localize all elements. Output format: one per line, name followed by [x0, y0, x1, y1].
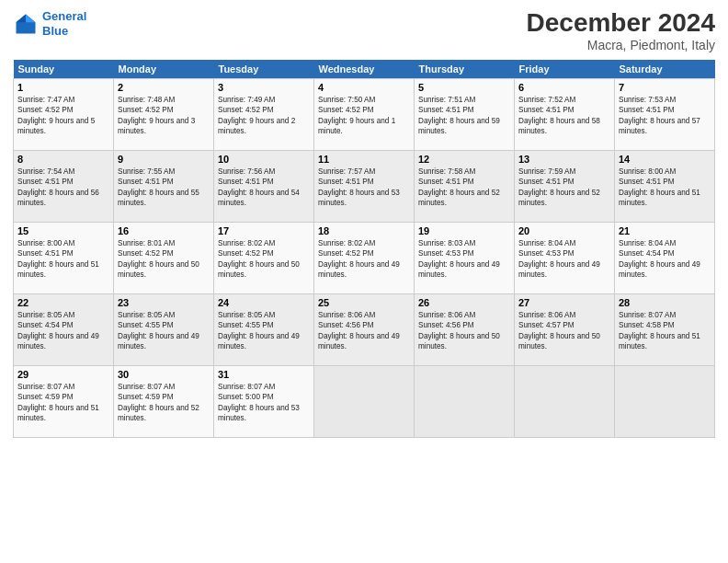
day-number: 12 [418, 154, 510, 165]
table-row: 30 Sunrise: 8:07 AMSunset: 4:59 PMDaylig… [114, 365, 214, 437]
day-info: Sunrise: 8:05 AMSunset: 4:55 PMDaylight:… [218, 311, 300, 350]
calendar-week-row: 1 Sunrise: 7:47 AMSunset: 4:52 PMDayligh… [14, 78, 715, 150]
table-row: 17 Sunrise: 8:02 AMSunset: 4:52 PMDaylig… [214, 222, 314, 293]
day-number: 22 [17, 297, 109, 308]
table-row: 1 Sunrise: 7:47 AMSunset: 4:52 PMDayligh… [14, 78, 114, 150]
col-monday: Monday [114, 60, 214, 79]
table-row: 29 Sunrise: 8:07 AMSunset: 4:59 PMDaylig… [14, 365, 114, 437]
day-info: Sunrise: 8:01 AMSunset: 4:52 PMDaylight:… [118, 239, 199, 279]
header: General Blue December 2024 Macra, Piedmo… [13, 9, 715, 52]
table-row: 22 Sunrise: 8:05 AMSunset: 4:54 PMDaylig… [14, 293, 114, 365]
table-row: 18 Sunrise: 8:02 AMSunset: 4:52 PMDaylig… [314, 222, 415, 293]
day-number: 28 [619, 297, 711, 308]
day-info: Sunrise: 7:53 AMSunset: 4:51 PMDaylight:… [619, 96, 700, 135]
day-number: 3 [218, 82, 310, 93]
day-info: Sunrise: 8:07 AMSunset: 4:59 PMDaylight:… [118, 383, 199, 422]
table-row: 14 Sunrise: 8:00 AMSunset: 4:51 PMDaylig… [615, 150, 715, 222]
table-row: 15 Sunrise: 8:00 AMSunset: 4:51 PMDaylig… [14, 222, 114, 293]
day-number: 4 [318, 82, 410, 93]
table-row: 25 Sunrise: 8:06 AMSunset: 4:56 PMDaylig… [314, 293, 415, 365]
logo-icon [13, 11, 39, 37]
title-block: December 2024 Macra, Piedmont, Italy [527, 9, 715, 52]
calendar-week-row: 8 Sunrise: 7:54 AMSunset: 4:51 PMDayligh… [14, 150, 715, 222]
table-row: 12 Sunrise: 7:58 AMSunset: 4:51 PMDaylig… [415, 150, 515, 222]
day-info: Sunrise: 8:02 AMSunset: 4:52 PMDaylight:… [318, 239, 400, 279]
logo-text: General Blue [42, 9, 86, 38]
col-saturday: Saturday [615, 60, 715, 79]
location-subtitle: Macra, Piedmont, Italy [527, 38, 715, 52]
col-sunday: Sunday [14, 60, 114, 79]
table-row: 19 Sunrise: 8:03 AMSunset: 4:53 PMDaylig… [415, 222, 515, 293]
table-row: 23 Sunrise: 8:05 AMSunset: 4:55 PMDaylig… [114, 293, 214, 365]
table-row: 3 Sunrise: 7:49 AMSunset: 4:52 PMDayligh… [214, 78, 314, 150]
day-number: 9 [118, 154, 210, 165]
day-info: Sunrise: 8:03 AMSunset: 4:53 PMDaylight:… [418, 239, 500, 279]
col-wednesday: Wednesday [314, 60, 415, 79]
table-row: 24 Sunrise: 8:05 AMSunset: 4:55 PMDaylig… [214, 293, 314, 365]
table-row: 31 Sunrise: 8:07 AMSunset: 5:00 PMDaylig… [214, 365, 314, 437]
day-info: Sunrise: 8:00 AMSunset: 4:51 PMDaylight:… [17, 239, 99, 279]
day-number: 20 [518, 225, 610, 236]
table-row: 4 Sunrise: 7:50 AMSunset: 4:52 PMDayligh… [314, 78, 415, 150]
day-info: Sunrise: 7:49 AMSunset: 4:52 PMDaylight:… [218, 96, 295, 135]
calendar-week-row: 22 Sunrise: 8:05 AMSunset: 4:54 PMDaylig… [14, 293, 715, 365]
logo: General Blue [13, 9, 86, 38]
day-info: Sunrise: 7:59 AMSunset: 4:51 PMDaylight:… [518, 167, 600, 207]
day-info: Sunrise: 8:00 AMSunset: 4:51 PMDaylight:… [619, 167, 700, 207]
day-info: Sunrise: 7:51 AMSunset: 4:51 PMDaylight:… [418, 96, 500, 135]
day-number: 17 [218, 225, 310, 236]
day-info: Sunrise: 8:07 AMSunset: 4:58 PMDaylight:… [619, 311, 700, 350]
day-number: 27 [518, 297, 610, 308]
svg-marker-2 [17, 14, 27, 22]
day-info: Sunrise: 8:04 AMSunset: 4:53 PMDaylight:… [518, 239, 600, 279]
day-number: 24 [218, 297, 310, 308]
day-number: 7 [619, 82, 711, 93]
table-row [615, 365, 715, 437]
day-info: Sunrise: 7:57 AMSunset: 4:51 PMDaylight:… [318, 167, 400, 207]
day-info: Sunrise: 8:04 AMSunset: 4:54 PMDaylight:… [619, 239, 700, 279]
day-info: Sunrise: 8:07 AMSunset: 4:59 PMDaylight:… [17, 383, 99, 422]
page-container: General Blue December 2024 Macra, Piedmo… [0, 0, 728, 443]
month-title: December 2024 [527, 9, 715, 38]
day-number: 1 [17, 82, 109, 93]
col-tuesday: Tuesday [214, 60, 314, 79]
calendar-table: Sunday Monday Tuesday Wednesday Thursday… [13, 60, 715, 438]
day-info: Sunrise: 7:47 AMSunset: 4:52 PMDaylight:… [17, 96, 95, 135]
svg-marker-1 [26, 14, 36, 22]
table-row: 28 Sunrise: 8:07 AMSunset: 4:58 PMDaylig… [615, 293, 715, 365]
day-info: Sunrise: 8:06 AMSunset: 4:57 PMDaylight:… [518, 311, 600, 350]
day-number: 10 [218, 154, 310, 165]
table-row: 20 Sunrise: 8:04 AMSunset: 4:53 PMDaylig… [515, 222, 615, 293]
calendar-body: 1 Sunrise: 7:47 AMSunset: 4:52 PMDayligh… [14, 78, 715, 437]
calendar-week-row: 15 Sunrise: 8:00 AMSunset: 4:51 PMDaylig… [14, 222, 715, 293]
day-info: Sunrise: 8:05 AMSunset: 4:55 PMDaylight:… [118, 311, 199, 350]
day-info: Sunrise: 8:06 AMSunset: 4:56 PMDaylight:… [418, 311, 500, 350]
calendar-week-row: 29 Sunrise: 8:07 AMSunset: 4:59 PMDaylig… [14, 365, 715, 437]
day-number: 2 [118, 82, 210, 93]
day-number: 8 [17, 154, 109, 165]
day-info: Sunrise: 8:07 AMSunset: 5:00 PMDaylight:… [218, 383, 300, 422]
table-row: 2 Sunrise: 7:48 AMSunset: 4:52 PMDayligh… [114, 78, 214, 150]
table-row [314, 365, 415, 437]
table-row: 13 Sunrise: 7:59 AMSunset: 4:51 PMDaylig… [515, 150, 615, 222]
table-row: 5 Sunrise: 7:51 AMSunset: 4:51 PMDayligh… [415, 78, 515, 150]
table-row: 10 Sunrise: 7:56 AMSunset: 4:51 PMDaylig… [214, 150, 314, 222]
table-row: 8 Sunrise: 7:54 AMSunset: 4:51 PMDayligh… [14, 150, 114, 222]
day-number: 6 [518, 82, 610, 93]
day-info: Sunrise: 7:52 AMSunset: 4:51 PMDaylight:… [518, 96, 600, 135]
table-row: 26 Sunrise: 8:06 AMSunset: 4:56 PMDaylig… [415, 293, 515, 365]
day-number: 14 [619, 154, 711, 165]
logo-blue: Blue [42, 24, 68, 38]
day-number: 11 [318, 154, 410, 165]
day-info: Sunrise: 7:56 AMSunset: 4:51 PMDaylight:… [218, 167, 300, 207]
table-row: 7 Sunrise: 7:53 AMSunset: 4:51 PMDayligh… [615, 78, 715, 150]
day-number: 25 [318, 297, 410, 308]
day-info: Sunrise: 7:55 AMSunset: 4:51 PMDaylight:… [118, 167, 199, 207]
table-row: 11 Sunrise: 7:57 AMSunset: 4:51 PMDaylig… [314, 150, 415, 222]
day-number: 16 [118, 225, 210, 236]
table-row: 27 Sunrise: 8:06 AMSunset: 4:57 PMDaylig… [515, 293, 615, 365]
col-thursday: Thursday [415, 60, 515, 79]
table-row: 16 Sunrise: 8:01 AMSunset: 4:52 PMDaylig… [114, 222, 214, 293]
day-info: Sunrise: 7:48 AMSunset: 4:52 PMDaylight:… [118, 96, 195, 135]
table-row: 6 Sunrise: 7:52 AMSunset: 4:51 PMDayligh… [515, 78, 615, 150]
